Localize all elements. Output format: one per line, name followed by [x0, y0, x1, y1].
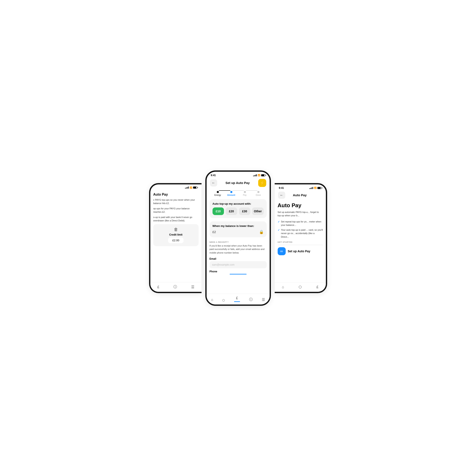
- scene: 📶 Auto Pay c PAYG top-ups so you never w…: [141, 162, 336, 314]
- checklist-text-1: Set repeat top-ups for yo... meter when …: [281, 220, 323, 227]
- stepper-line-1: [219, 190, 230, 191]
- infinity-icon: ∞: [278, 247, 286, 255]
- back-arrow-center: ←: [212, 181, 215, 185]
- nav-bar-center: ← Set up Auto Pay ⚡: [207, 178, 270, 188]
- checklist-item-2: ✓ Your auto top-up is paid ... card, so …: [278, 228, 323, 239]
- menu-icon-left: ☰: [191, 285, 194, 289]
- tab-usage-right[interactable]: ⬡: [297, 284, 304, 290]
- checklist-text-2: Your auto top-up is paid ... card, so yo…: [281, 228, 323, 239]
- menu-icon-center: ☰: [262, 298, 265, 302]
- nav-bar-right: ← Auto Pay: [275, 190, 326, 200]
- help-icon-left: ⓘ: [173, 284, 177, 289]
- tab-bar-left: £ ⓘ ☰: [150, 282, 202, 292]
- wifi-icon-right: 📶: [314, 187, 317, 189]
- battery-icon-right: [317, 187, 322, 189]
- topup-card: Auto top-up my account with: £10 £20 £30…: [210, 199, 267, 218]
- phone-right: 9:41 📶 ← Auto Pay Auto Pay Set u: [275, 183, 327, 293]
- status-icons-left: 📶: [185, 187, 197, 189]
- stepper-label-pay: Pay: [243, 194, 247, 196]
- left-title: Auto Pay: [153, 193, 199, 196]
- status-icons-center: 📶: [253, 174, 265, 176]
- stepper-line-3: [246, 190, 257, 191]
- tab-menu-center[interactable]: ☰: [260, 297, 267, 302]
- lightning-button[interactable]: ⚡: [258, 179, 266, 187]
- home-indicator-center: [230, 274, 247, 274]
- balance-row: £2 🔒: [213, 230, 264, 234]
- balance-card-title: When my balance is lower than:: [213, 224, 264, 228]
- setup-autopay-label: Set up Auto Pay: [288, 250, 310, 253]
- setup-autopay-button[interactable]: ∞ Set up Auto Pay: [278, 247, 323, 255]
- left-content: Auto Pay c PAYG top-ups so you never whe…: [150, 190, 202, 290]
- balance-value: £2: [213, 230, 216, 234]
- stepper-done: Done: [257, 191, 259, 193]
- left-desc2: op-ups for your PAYG your balance reache…: [153, 207, 199, 214]
- signal-icon-center: [253, 174, 257, 176]
- tab-usage-center[interactable]: ⬡: [221, 298, 226, 302]
- home-icon-right: ⌂: [282, 285, 284, 289]
- tab-menu-left[interactable]: ☰: [189, 284, 196, 290]
- phone-left: 📶 Auto Pay c PAYG top-ups so you never w…: [149, 183, 202, 293]
- tab-help-left[interactable]: ⓘ: [172, 284, 179, 290]
- usage-icon-center: ⬡: [222, 299, 225, 302]
- delete-card: 🗑 Credit limit £2.00: [153, 224, 199, 246]
- status-time-right: 9:41: [279, 187, 284, 189]
- billing-icon-left: £: [157, 285, 159, 289]
- email-input[interactable]: sam@example.com: [210, 261, 267, 268]
- usage-icon-right: ⬡: [299, 285, 302, 289]
- check-icon-1: ✓: [278, 220, 280, 227]
- tab-home-center[interactable]: ⌂: [209, 297, 215, 302]
- status-bar-left: 📶: [150, 184, 202, 190]
- battery-icon-left: [193, 187, 197, 189]
- receipt-section: NEED A RECEIPT? If you'd like a receipt …: [207, 239, 270, 257]
- amount-buttons: £10 £20 £30 Other: [213, 207, 264, 215]
- stepper-energy: Energy: [217, 191, 219, 193]
- check-icon-2: ✓: [278, 228, 280, 239]
- wifi-icon-center: 📶: [258, 174, 260, 176]
- amount-30-button[interactable]: £30: [239, 207, 251, 215]
- stepper-dot-energy: [217, 191, 219, 193]
- right-intro: Set up automatic PAYG top-u... forget to…: [278, 210, 323, 217]
- lock-icon: 🔒: [259, 230, 264, 234]
- signal-icon-right: [309, 187, 313, 189]
- tab-bar-center: ⌂ ⬡ £ ⓘ ☰: [207, 294, 270, 305]
- stepper-dot-amount: [230, 191, 232, 193]
- status-icons-right: 📶: [309, 187, 322, 189]
- signal-icon-left: [185, 187, 189, 189]
- tab-billing-left[interactable]: £: [156, 285, 161, 290]
- wifi-icon-left: 📶: [190, 187, 192, 189]
- status-bar-center: 9:41 📶: [207, 172, 270, 178]
- stepper-dot-pay: [244, 191, 246, 193]
- get-started-divider: [278, 245, 323, 245]
- lightning-icon: ⚡: [260, 181, 265, 185]
- billing-icon-right: £: [316, 285, 318, 289]
- checklist: ✓ Set repeat top-ups for yo... meter whe…: [278, 220, 323, 239]
- back-button-right[interactable]: ←: [278, 192, 285, 199]
- email-label: Email: [207, 257, 270, 260]
- receipt-text: If you'd like a receipt when your Auto P…: [210, 244, 267, 255]
- credit-label: Credit limit: [169, 233, 183, 236]
- amount-10-button[interactable]: £10: [213, 207, 224, 215]
- nav-title-center: Set up Auto Pay: [225, 181, 250, 185]
- tab-home-right[interactable]: ⌂: [280, 285, 286, 290]
- left-desc1: c PAYG top-ups so you never when your ba…: [153, 198, 199, 205]
- trash-icon: 🗑: [174, 227, 178, 232]
- stepper-label-energy: Energy: [214, 194, 221, 196]
- phone-center: 9:41 📶 ← Set up Auto Pay ⚡: [205, 170, 271, 306]
- back-arrow-right: ←: [280, 193, 283, 197]
- amount-other-button[interactable]: Other: [252, 207, 264, 215]
- topup-card-title: Auto top-up my account with:: [213, 202, 264, 205]
- tab-billing-right[interactable]: £: [315, 285, 320, 290]
- stepper: Energy Amount Pay Done: [207, 188, 270, 195]
- back-button-center[interactable]: ←: [210, 179, 217, 187]
- left-desc3: o-up is paid with your bank ll never go …: [153, 216, 199, 222]
- tab-help-center[interactable]: ⓘ: [247, 297, 255, 302]
- battery-icon-center: [261, 174, 265, 176]
- tab-bar-right: ⌂ ⬡ £: [275, 283, 326, 292]
- stepper-line-2: [232, 190, 244, 191]
- stepper-dot-done: [257, 191, 259, 193]
- amount-20-button[interactable]: £20: [226, 207, 237, 215]
- home-icon-center: ⌂: [211, 298, 213, 302]
- get-started-label: GET STARTED: [278, 241, 323, 243]
- tab-billing-center[interactable]: £: [232, 296, 242, 302]
- right-main-title: Auto Pay: [278, 202, 323, 209]
